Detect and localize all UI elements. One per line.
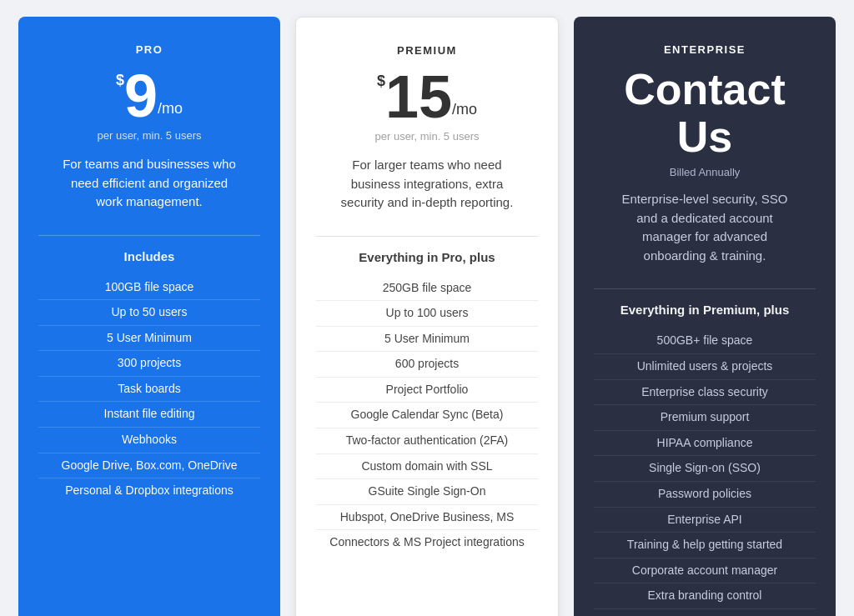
list-item: Premium support: [594, 405, 816, 431]
premium-price-dollar: $: [377, 73, 385, 88]
premium-per-user: per user, min. 5 users: [375, 130, 480, 143]
list-item: Two-factor authentication (2FA): [316, 428, 538, 454]
pro-price-block: $ 9 /mo: [116, 66, 183, 126]
pricing-container: PRO $ 9 /mo per user, min. 5 users For t…: [18, 17, 836, 616]
list-item: HIPAA compliance: [594, 431, 816, 457]
pro-per-user: per user, min. 5 users: [98, 129, 202, 142]
pro-includes-label: Includes: [124, 249, 175, 263]
premium-price-block: $ 15 /mo: [377, 67, 477, 127]
pro-price-dollar: $: [116, 73, 124, 88]
list-item: Up to 100 users: [316, 301, 538, 327]
premium-price-number: 15: [385, 67, 452, 127]
enterprise-plan-label: ENTERPRISE: [664, 43, 746, 56]
pro-price-mo: /mo: [158, 100, 183, 118]
list-item: 500GB+ file space: [594, 328, 816, 354]
enterprise-feature-list: 500GB+ file space Unlimited users & proj…: [594, 328, 816, 609]
pro-plan-label: PRO: [136, 43, 163, 56]
premium-description: For larger teams who need business integ…: [335, 156, 519, 213]
list-item: Google Drive, Box.com, OneDrive: [38, 453, 260, 479]
list-item: Enterprise class security: [594, 380, 816, 406]
pro-feature-list: 100GB file space Up to 50 users 5 User M…: [38, 275, 260, 503]
list-item: Google Calendar Sync (Beta): [316, 403, 538, 428]
list-item: GSuite Single Sign-On: [316, 479, 538, 505]
list-item: Project Portfolio: [316, 378, 538, 403]
list-item: 250GB file space: [316, 276, 538, 302]
premium-price-mo: /mo: [452, 101, 477, 118]
enterprise-divider: [594, 288, 816, 289]
list-item: Corporate account manager: [594, 558, 816, 584]
list-item: Task boards: [38, 377, 260, 403]
pro-price-number: 9: [124, 66, 158, 126]
list-item: Hubspot, OneDrive Business, MS: [316, 505, 538, 531]
premium-plan-label: PREMIUM: [397, 44, 457, 57]
enterprise-card: ENTERPRISE Contact Us Billed Annually En…: [574, 17, 836, 616]
list-item: 100GB file space: [38, 275, 260, 301]
list-item: Up to 50 users: [38, 300, 260, 326]
enterprise-includes-label: Everything in Premium, plus: [620, 303, 790, 317]
list-item: Enterprise API: [594, 508, 816, 533]
list-item: Webhooks: [38, 428, 260, 453]
premium-feature-list: 250GB file space Up to 100 users 5 User …: [316, 276, 538, 556]
list-item: 5 User Minimum: [316, 327, 538, 353]
pro-card: PRO $ 9 /mo per user, min. 5 users For t…: [18, 17, 280, 616]
list-item: Unlimited users & projects: [594, 354, 816, 380]
enterprise-contact-title: Contact Us: [594, 66, 816, 161]
list-item: Password policies: [594, 482, 816, 508]
premium-divider: [316, 236, 538, 237]
list-item: Single Sign-on (SSO): [594, 456, 816, 482]
pro-divider: [38, 235, 260, 236]
list-item: 5 User Minimum: [38, 326, 260, 352]
pro-description: For teams and businesses who need effici…: [58, 155, 241, 212]
list-item: Instant file editing: [38, 402, 260, 428]
enterprise-description: Enterprise-level security, SSO and a ded…: [613, 190, 796, 265]
list-item: Extra branding control: [594, 583, 816, 609]
list-item: 600 projects: [316, 352, 538, 378]
premium-card: PREMIUM $ 15 /mo per user, min. 5 users …: [295, 17, 559, 616]
premium-includes-label: Everything in Pro, plus: [359, 250, 495, 264]
enterprise-billed-annually: Billed Annually: [670, 166, 741, 178]
list-item: Training & help getting started: [594, 533, 816, 558]
list-item: Connectors & MS Project integrations: [316, 530, 538, 555]
list-item: 300 projects: [38, 351, 260, 377]
list-item: Custom domain with SSL: [316, 454, 538, 480]
list-item: Personal & Dropbox integrations: [38, 478, 260, 503]
